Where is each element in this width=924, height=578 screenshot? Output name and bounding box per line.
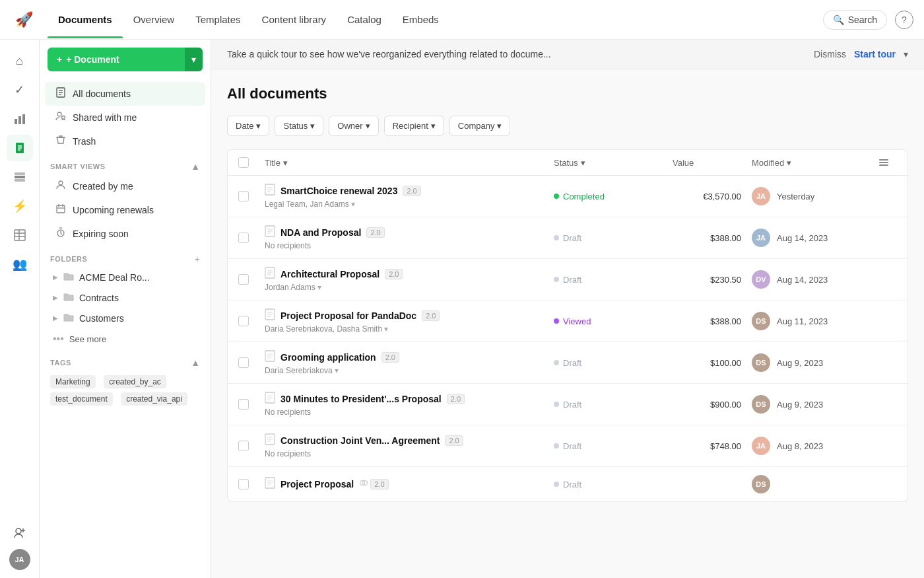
filter-recipient[interactable]: Recipient ▾ bbox=[384, 116, 444, 136]
left-sidebar: + + Document ▾ All documents Shared with… bbox=[40, 40, 211, 578]
table-row[interactable]: 30 Minutes to President'...s Proposal 2.… bbox=[228, 384, 908, 425]
svg-rect-10 bbox=[15, 230, 25, 240]
row-checkbox[interactable] bbox=[238, 441, 265, 451]
doc-title-text: Grooming application bbox=[280, 352, 376, 363]
tab-catalog[interactable]: Catalog bbox=[337, 1, 392, 38]
row-checkbox[interactable] bbox=[238, 316, 265, 326]
table-row[interactable]: Construction Joint Ven... Agreement 2.0 … bbox=[228, 425, 908, 467]
sidebar-item-created-by-me[interactable]: Created by me bbox=[45, 174, 205, 198]
search-button[interactable]: 🔍 Search bbox=[823, 10, 887, 30]
row-checkbox[interactable] bbox=[238, 191, 265, 201]
filter-company-chevron-icon: ▾ bbox=[497, 121, 502, 131]
sidebar-item-upcoming-renewals[interactable]: Upcoming renewals bbox=[45, 198, 205, 222]
filter-status[interactable]: Status ▾ bbox=[275, 116, 323, 136]
sidebar-icon-table[interactable] bbox=[7, 222, 33, 248]
header-status[interactable]: Status ▾ bbox=[554, 158, 673, 168]
sidebar-icon-stack[interactable] bbox=[7, 164, 33, 190]
sidebar-icon-home[interactable]: ⌂ bbox=[7, 48, 33, 74]
doc-subtitle: No recipients bbox=[265, 241, 554, 250]
tags-collapse-button[interactable]: ▲ bbox=[191, 357, 200, 368]
tag-created-by-ac[interactable]: created_by_ac bbox=[104, 375, 166, 388]
folder-customers[interactable]: ▶ Customers bbox=[42, 308, 208, 328]
filter-company[interactable]: Company ▾ bbox=[449, 116, 511, 136]
status-cell: Draft bbox=[554, 358, 673, 368]
sidebar-item-shared-with-me[interactable]: Shared with me bbox=[45, 106, 205, 129]
tab-templates[interactable]: Templates bbox=[185, 1, 251, 38]
tour-start-button[interactable]: Start tour bbox=[854, 49, 896, 59]
select-all-checkbox[interactable] bbox=[238, 157, 249, 168]
shared-with-me-icon bbox=[55, 111, 66, 124]
row-checkbox[interactable] bbox=[238, 479, 265, 489]
table-row[interactable]: SmartChoice renewal 2023 2.0 Legal Team,… bbox=[228, 176, 908, 217]
table-row[interactable]: Project Proposal for PandaDoc 2.0 Daria … bbox=[228, 301, 908, 342]
sidebar-icon-lightning[interactable]: ⚡ bbox=[7, 193, 33, 219]
tour-banner-chevron-icon[interactable]: ▾ bbox=[904, 49, 908, 59]
header-actions[interactable] bbox=[871, 157, 897, 168]
smart-views-collapse-button[interactable]: ▲ bbox=[191, 161, 200, 172]
sidebar-icon-check[interactable]: ✓ bbox=[7, 77, 33, 103]
folder-contracts[interactable]: ▶ Contracts bbox=[42, 287, 208, 308]
svg-rect-9 bbox=[15, 179, 25, 182]
row-checkbox[interactable] bbox=[238, 274, 265, 285]
smart-views-section-title: SMART VIEWS ▲ bbox=[40, 153, 211, 174]
table-row[interactable]: Grooming application 2.0 Daria Serebriak… bbox=[228, 342, 908, 384]
all-documents-label: All documents bbox=[73, 89, 131, 99]
table-row[interactable]: Architectural Proposal 2.0 Jordan Adams … bbox=[228, 259, 908, 301]
modified-cell: DV Aug 14, 2023 bbox=[752, 270, 871, 289]
doc-title-cell: 30 Minutes to President'...s Proposal 2.… bbox=[265, 392, 554, 417]
sidebar-item-expiring-soon[interactable]: Expiring soon bbox=[45, 222, 205, 246]
svg-rect-25 bbox=[57, 205, 65, 213]
tag-marketing[interactable]: Marketing bbox=[50, 375, 96, 388]
trash-label: Trash bbox=[73, 136, 96, 147]
svg-rect-33 bbox=[879, 159, 888, 161]
tag-created-via-api[interactable]: created_via_api bbox=[121, 392, 187, 406]
header-title[interactable]: Title ▾ bbox=[265, 158, 554, 168]
row-checkbox[interactable] bbox=[238, 357, 265, 368]
tab-content-library[interactable]: Content library bbox=[251, 1, 337, 38]
modified-cell: JA Yesterday bbox=[752, 187, 871, 205]
add-user-button[interactable] bbox=[7, 520, 33, 546]
filter-date[interactable]: Date ▾ bbox=[227, 116, 269, 136]
svg-line-31 bbox=[61, 233, 62, 235]
all-documents-icon bbox=[55, 87, 66, 100]
tag-test-document[interactable]: test_document bbox=[50, 392, 113, 406]
table-row[interactable]: NDA and Proposal 2.0 No recipients Draft… bbox=[228, 217, 908, 259]
folder-acme[interactable]: ▶ ACME Deal Ro... bbox=[42, 267, 208, 287]
status-cell: Draft bbox=[554, 233, 673, 243]
help-button[interactable]: ? bbox=[895, 11, 913, 29]
main-layout: ⌂ ✓ ⚡ 👥 JA + + Document bbox=[0, 40, 924, 578]
table-row[interactable]: Project Proposal 2.0 Draft DS bbox=[228, 467, 908, 501]
search-label: Search bbox=[848, 15, 877, 25]
tab-overview[interactable]: Overview bbox=[123, 1, 185, 38]
sidebar-icon-document[interactable] bbox=[7, 135, 33, 161]
tab-embeds[interactable]: Embeds bbox=[392, 1, 449, 38]
new-document-main-button[interactable]: + + Document bbox=[48, 48, 185, 71]
status-dot bbox=[554, 360, 559, 365]
see-more-button[interactable]: ••• See more bbox=[42, 328, 208, 349]
status-dot bbox=[554, 318, 559, 324]
value-cell: €3,570.00 bbox=[673, 192, 752, 201]
header-modified[interactable]: Modified ▾ bbox=[752, 158, 871, 168]
user-avatar[interactable]: JA bbox=[9, 549, 30, 570]
add-folder-button[interactable]: + bbox=[195, 254, 200, 264]
filter-owner[interactable]: Owner ▾ bbox=[329, 116, 378, 136]
sidebar-icon-chart[interactable] bbox=[7, 106, 33, 132]
doc-version-badge: 2.0 bbox=[403, 186, 420, 196]
new-document-dropdown-button[interactable]: ▾ bbox=[185, 48, 203, 71]
modified-cell: DS Aug 9, 2023 bbox=[752, 353, 871, 372]
app-logo[interactable]: 🚀 bbox=[11, 7, 37, 33]
status-text: Draft bbox=[563, 441, 581, 451]
see-more-label: See more bbox=[69, 334, 106, 344]
row-checkbox[interactable] bbox=[238, 233, 265, 243]
tab-documents[interactable]: Documents bbox=[48, 1, 123, 38]
top-navigation: 🚀 Documents Overview Templates Content l… bbox=[0, 0, 924, 40]
sidebar-icon-people[interactable]: 👥 bbox=[7, 251, 33, 277]
sidebar-item-all-documents[interactable]: All documents bbox=[45, 82, 205, 106]
modified-date: Yesterday bbox=[777, 192, 814, 201]
sidebar-item-trash[interactable]: Trash bbox=[45, 129, 205, 153]
row-checkbox[interactable] bbox=[238, 399, 265, 410]
folder-customers-label: Customers bbox=[79, 313, 124, 324]
doc-version-badge: 2.0 bbox=[447, 394, 465, 404]
tour-dismiss-button[interactable]: Dismiss bbox=[814, 49, 846, 59]
doc-title-cell: Project Proposal for PandaDoc 2.0 Daria … bbox=[265, 308, 554, 334]
